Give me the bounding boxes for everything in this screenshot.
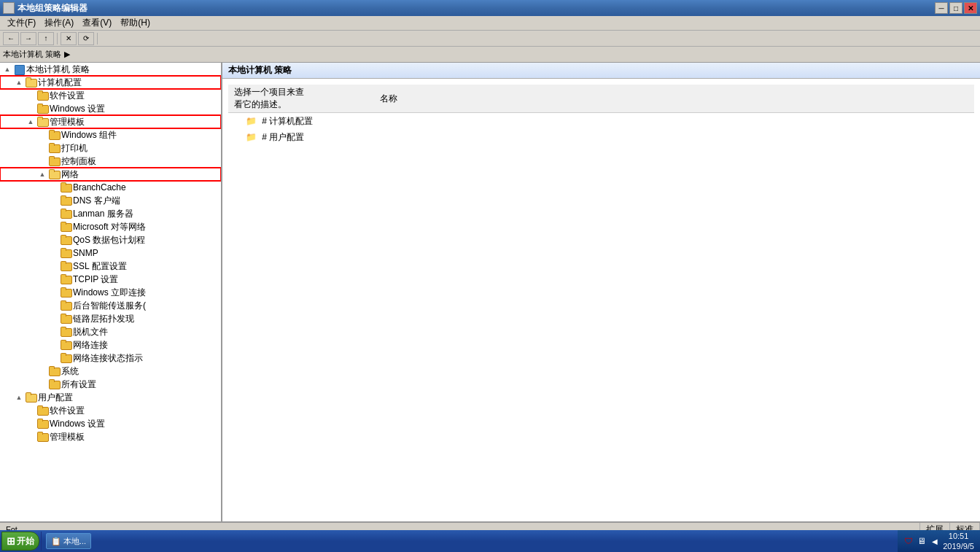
address-arrow: ▶: [64, 50, 70, 59]
menu-view[interactable]: 查看(V): [78, 15, 116, 31]
tree-system[interactable]: 系统: [0, 365, 221, 378]
wcn-icon: [60, 287, 71, 298]
taskbar-item-editor[interactable]: 📋 本地...: [46, 533, 91, 549]
tree-windows-components[interactable]: Windows 组件: [0, 128, 221, 141]
network-icon: [48, 169, 60, 179]
tree-windows-settings[interactable]: Windows 设置: [0, 102, 221, 115]
start-label: 开始: [17, 535, 34, 548]
tree-qos-label: QoS 数据包计划程: [73, 234, 145, 246]
tree-user-windows[interactable]: Windows 设置: [0, 417, 221, 430]
tree-all-settings-label: 所有设置: [61, 378, 96, 390]
tree-branchcache[interactable]: BranchCache: [0, 181, 221, 194]
clock: 10:51 2019/9/5: [943, 531, 974, 552]
row-user-config: 📁 # 用户配置: [240, 130, 310, 144]
back-button[interactable]: ←: [3, 32, 19, 45]
col-name-header: 名称: [374, 85, 974, 113]
tree-wincomp-label: Windows 组件: [61, 129, 117, 141]
stop-button[interactable]: ✕: [61, 32, 77, 45]
close-button[interactable]: ✕: [964, 2, 977, 14]
menu-file[interactable]: 文件(F): [3, 15, 40, 31]
tree-user-config[interactable]: ▲ 用户配置: [0, 391, 221, 404]
useradmin-icon: [36, 432, 48, 442]
tree-network[interactable]: ▲ 网络: [0, 168, 221, 181]
tree-ncsi-label: 网络连接状态指示: [73, 352, 143, 364]
tree-wcn[interactable]: Windows 立即连接: [0, 286, 221, 299]
row-icon-2: 📁: [246, 132, 257, 142]
tree-user-software-label: 软件设置: [50, 405, 85, 416]
tree-dns-client[interactable]: DNS 客户端: [0, 194, 221, 207]
main-container: ▲ 本地计算机 策略 ▲ 计算机配置 软件设置 Windows 设置 ▲ 管理模…: [0, 63, 980, 521]
tree-software-settings[interactable]: 软件设置: [0, 89, 221, 102]
tray-arrow-icon: ◀: [930, 536, 940, 546]
expand-icon-root: ▲: [1, 63, 13, 75]
software-icon: [36, 90, 48, 101]
toolbar: ← → ↑ ✕ ⟳: [0, 31, 980, 47]
tree-offline[interactable]: 脱机文件: [0, 325, 221, 338]
title-bar: 本地组策略编辑器 ─ □ ✕: [0, 0, 980, 16]
forward-button[interactable]: →: [20, 32, 36, 45]
row-computer-config: 📁 # 计算机配置: [240, 114, 319, 128]
taskbar-tray: 🛡 🖥 ◀ 10:51 2019/9/5: [898, 530, 980, 552]
tree-all-settings[interactable]: 所有设置: [0, 378, 221, 391]
right-table: 选择一个项目来查 看它的描述。 名称 📁 # 计算机配置: [228, 85, 974, 145]
tree-ms-peer[interactable]: Microsoft 对等网络: [0, 220, 221, 233]
taskbar: ⊞ 开始 📋 本地... 🛡 🖥 ◀ 10:51 2019/9/5: [0, 530, 980, 552]
minimize-button[interactable]: ─: [935, 2, 948, 14]
start-button[interactable]: ⊞ 开始: [1, 532, 39, 551]
refresh-button[interactable]: ⟳: [78, 32, 94, 45]
snmp-icon: [60, 248, 71, 258]
ssl-icon: [60, 261, 71, 271]
tray-antivirus-icon: 🛡: [903, 536, 914, 546]
tree-qos[interactable]: QoS 数据包计划程: [0, 233, 221, 246]
title-bar-text: 本地组策略编辑器: [18, 2, 88, 15]
table-row[interactable]: 📁 # 用户配置: [228, 129, 374, 145]
tree-snmp-label: SNMP: [73, 247, 98, 259]
tree-admin-templates[interactable]: ▲ 管理模板: [0, 115, 221, 128]
menu-help[interactable]: 帮助(H): [116, 15, 155, 31]
tree-net-conn[interactable]: 网络连接: [0, 338, 221, 351]
taskbar-item-icon: 📋: [51, 537, 61, 546]
netconn-icon: [60, 340, 71, 350]
toolbar-separator-2: [97, 33, 98, 44]
tree-user-admin[interactable]: 管理模板: [0, 430, 221, 443]
right-header-title: 本地计算机 策略: [228, 64, 292, 77]
tree-ncsi[interactable]: 网络连接状态指示: [0, 351, 221, 365]
branchcache-icon: [60, 182, 71, 193]
menu-action[interactable]: 操作(A): [40, 15, 78, 31]
tree-lltd[interactable]: 链路层拓扑发现: [0, 312, 221, 325]
tree-printers[interactable]: 打印机: [0, 141, 221, 155]
mspeer-icon: [60, 222, 71, 232]
row-indent2: [228, 136, 240, 139]
tree-admin-templates-label: 管理模板: [50, 116, 85, 128]
maximize-button[interactable]: □: [949, 2, 962, 14]
windows-settings-icon: [36, 104, 48, 114]
usersoftware-icon: [36, 405, 48, 416]
tree-lanman[interactable]: Lanman 服务器: [0, 207, 221, 220]
clock-date: 2019/9/5: [943, 541, 974, 551]
tree-netconn-label: 网络连接: [73, 339, 108, 351]
up-button[interactable]: ↑: [38, 32, 54, 45]
lltd-icon: [60, 314, 71, 324]
tree-tcpip[interactable]: TCPIP 设置: [0, 273, 221, 286]
tree-ssl-label: SSL 配置设置: [73, 260, 127, 272]
bits-icon: [60, 300, 71, 311]
address-bar: 本地计算机 策略 ▶: [0, 47, 980, 63]
tree-ssl[interactable]: SSL 配置设置: [0, 260, 221, 273]
tree-wcn-label: Windows 立即连接: [73, 287, 146, 298]
computer-config-icon: [25, 77, 36, 88]
expand-icon-admin: ▲: [25, 116, 36, 128]
tree-control-panel[interactable]: 控制面板: [0, 155, 221, 168]
tree-root[interactable]: ▲ 本地计算机 策略: [0, 63, 221, 76]
tree-user-software[interactable]: 软件设置: [0, 404, 221, 417]
table-row[interactable]: 📁 # 计算机配置: [228, 113, 374, 129]
taskbar-divider: [41, 532, 42, 551]
tree-computer-config[interactable]: ▲ 计算机配置: [0, 76, 221, 89]
row-indent: [228, 120, 240, 123]
tree-snmp[interactable]: SNMP: [0, 246, 221, 260]
tree-software-label: 软件设置: [50, 90, 85, 101]
toolbar-separator-1: [57, 33, 58, 44]
qos-icon: [60, 235, 71, 245]
tree-bits[interactable]: 后台智能传送服务(: [0, 299, 221, 312]
tree-printers-label: 打印机: [61, 142, 88, 154]
tree-network-label: 网络: [61, 168, 79, 180]
